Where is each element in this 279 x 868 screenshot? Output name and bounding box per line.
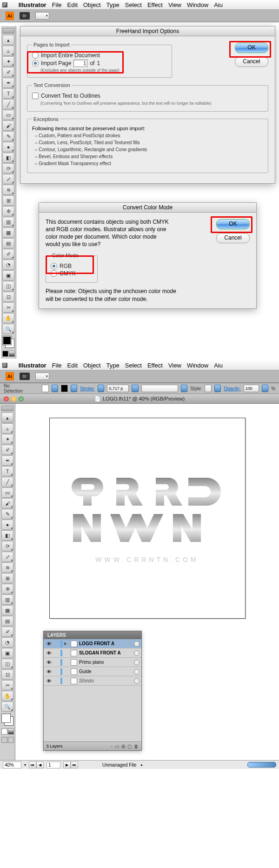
visibility-icon[interactable]: 👁 [46, 641, 52, 647]
new-layer-icon[interactable]: ▢ [127, 744, 132, 749]
blob-brush-tool[interactable]: ● [2, 142, 14, 152]
pen-tool[interactable]: ✒ [2, 78, 14, 88]
app-menu-2[interactable]: Illustrator [19, 362, 46, 369]
layer-name[interactable]: SLOGAN FRONT A [79, 650, 132, 655]
tools-grip-2[interactable] [1, 406, 13, 411]
paintbrush-tool-2[interactable]: 🖌 [1, 498, 13, 508]
fill-swatch[interactable] [42, 385, 48, 392]
type-tool[interactable]: T [2, 88, 14, 99]
direct-selection-tool[interactable]: ▵ [2, 46, 14, 56]
eyedropper-tool[interactable]: ✐ [2, 249, 14, 259]
delete-layer-icon[interactable]: 🗑 [134, 744, 139, 749]
layer-row[interactable]: 👁Guide [44, 667, 141, 676]
layer-target-icon[interactable] [134, 641, 140, 647]
gradient-tool-2[interactable]: ▤ [1, 616, 13, 626]
convert-text-checkbox[interactable]: Convert Text to Outlines [32, 93, 263, 99]
new-sublayer-icon[interactable]: ⊞ [121, 744, 125, 749]
visibility-icon[interactable]: 👁 [46, 650, 52, 656]
menu-file-2[interactable]: File [52, 362, 62, 369]
symbol-sprayer-tool-2[interactable]: ✲ [1, 584, 13, 594]
type-tool-2[interactable]: T [1, 466, 13, 476]
menu-file[interactable]: File [52, 1, 62, 8]
artboard-tool-2[interactable]: ⊡ [1, 669, 13, 680]
cmyk-radio[interactable]: CMYK [51, 270, 93, 277]
tools-grip[interactable] [2, 28, 14, 33]
make-clip-icon[interactable]: ▭ [115, 744, 119, 749]
arrange-dropdown[interactable]: ▾ [35, 12, 49, 20]
magic-wand-tool[interactable]: ✦ [2, 56, 14, 67]
stroke-swatch[interactable] [61, 385, 67, 392]
gradient-tool[interactable]: ▤ [2, 238, 14, 248]
color-mode-icon-2[interactable] [1, 728, 7, 734]
menu-object-2[interactable]: Object [83, 362, 101, 369]
menu-window[interactable]: Window [187, 1, 208, 8]
menu-type[interactable]: Type [106, 1, 120, 8]
paintbrush-tool[interactable]: 🖌 [2, 120, 14, 131]
menu-view[interactable]: View [168, 1, 181, 8]
layer-target-icon[interactable] [134, 660, 140, 665]
menu-effect[interactable]: Effect [147, 1, 163, 8]
arrange-dropdown-2[interactable]: ▾ [35, 373, 49, 380]
visibility-icon[interactable]: 👁 [46, 678, 52, 684]
direct-selection-tool-2[interactable]: ▵ [1, 423, 13, 434]
blend-tool[interactable]: ◔ [2, 260, 14, 270]
opacity-value[interactable]: 100 [244, 385, 259, 392]
scale-tool-2[interactable]: ⤢ [1, 552, 13, 562]
zoom-tool[interactable]: 🔍 [2, 324, 14, 334]
rectangle-tool[interactable]: ▭ [2, 110, 14, 120]
rgb-radio[interactable]: RGB [51, 263, 93, 269]
layer-target-icon[interactable] [134, 669, 140, 674]
page-number-input[interactable]: 1 [73, 60, 87, 67]
rotate-tool-2[interactable]: ⟳ [1, 541, 13, 551]
menu-effect-2[interactable]: Effect [147, 362, 163, 369]
scale-tool[interactable]: ⤢ [2, 174, 14, 184]
zoom-level[interactable]: 40% [3, 761, 21, 768]
blend-tool-2[interactable]: ◔ [1, 637, 13, 648]
live-paint-selection-tool[interactable]: ◫ [2, 281, 14, 291]
mesh-tool[interactable]: ▦ [2, 227, 14, 238]
bridge-icon[interactable]: Br [20, 12, 30, 20]
symbol-sprayer-tool[interactable]: ✲ [2, 206, 14, 216]
layer-target-icon[interactable] [134, 678, 140, 684]
color-cancel-button[interactable]: Cancel [216, 233, 250, 243]
graph-tool-2[interactable]: ▥ [1, 594, 13, 605]
stroke-color-dropdown[interactable] [71, 385, 77, 392]
brush-preset[interactable] [141, 385, 178, 392]
pen-tool-2[interactable]: ✒ [1, 455, 13, 466]
lasso-tool-2[interactable]: ✐ [1, 445, 13, 455]
ok-button[interactable]: OK [235, 43, 268, 53]
eraser-tool[interactable]: ◧ [2, 153, 14, 163]
import-page-radio[interactable]: Import Page 1 of 1 [32, 60, 167, 67]
live-paint-tool-2[interactable]: ▣ [1, 648, 13, 658]
menu-edit-2[interactable]: Edit [67, 362, 78, 369]
color-mode-icon[interactable] [2, 351, 8, 357]
visibility-icon[interactable]: 👁 [46, 669, 52, 674]
app-menu[interactable]: Illustrator [19, 1, 46, 8]
artboard-tool[interactable]: ⊡ [2, 292, 14, 302]
layers-tab[interactable]: LAYERS [44, 631, 141, 639]
free-transform-tool[interactable]: ⊞ [2, 195, 14, 206]
cancel-button[interactable]: Cancel [235, 57, 268, 67]
color-ok-button[interactable]: OK [216, 219, 250, 229]
visibility-icon[interactable]: 👁 [46, 660, 52, 665]
rotate-tool[interactable]: ⟳ [2, 163, 14, 174]
zoom-tool-2[interactable]: 🔍 [1, 701, 13, 712]
warp-tool-2[interactable]: ≋ [1, 562, 13, 573]
pencil-tool-2[interactable]: ✎ [1, 509, 13, 519]
line-tool-2[interactable]: ╱ [1, 477, 13, 487]
menu-select-2[interactable]: Select [125, 362, 142, 369]
hand-tool-2[interactable]: ✋ [1, 691, 13, 701]
layer-name[interactable]: Primo piano [79, 660, 132, 665]
layer-name[interactable]: LOGO FRONT A [79, 641, 132, 646]
blob-brush-tool-2[interactable]: ● [1, 520, 13, 530]
pencil-tool[interactable]: ✎ [2, 131, 14, 141]
gradient-mode-icon[interactable] [9, 351, 15, 357]
magic-wand-tool-2[interactable]: ✦ [1, 434, 13, 444]
layer-name[interactable]: Sfondo [79, 678, 132, 683]
bridge-icon-2[interactable]: Br [20, 373, 30, 380]
layer-row[interactable]: 👁▶LOGO FRONT A [44, 639, 141, 648]
fill-dropdown[interactable] [52, 385, 58, 392]
line-tool[interactable]: ╱ [2, 99, 14, 109]
menu-help[interactable]: Aiu [214, 1, 223, 8]
menu-window-2[interactable]: Window [187, 362, 208, 369]
